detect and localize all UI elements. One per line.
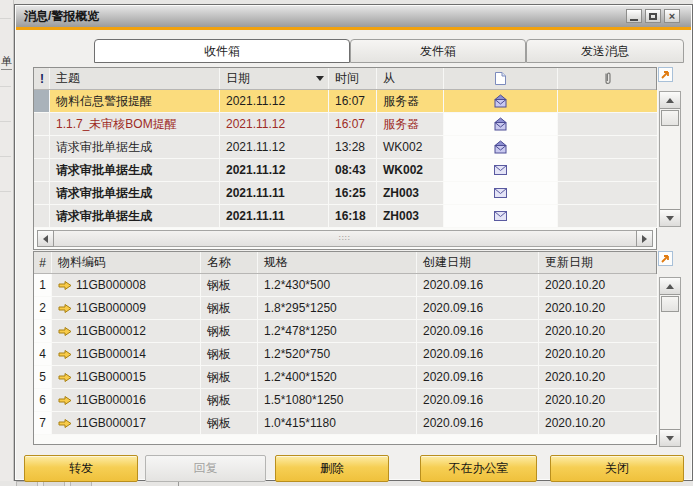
spec-cell[interactable]: 1.2*520*750 [258, 343, 417, 366]
scroll-up-button[interactable] [660, 278, 680, 295]
created-cell[interactable]: 2020.09.16 [417, 320, 539, 343]
item-code-cell[interactable]: 11GB000016 [52, 389, 201, 412]
scroll-left-button[interactable] [37, 230, 54, 247]
message-state-cell[interactable] [444, 90, 558, 113]
row-selector-cell[interactable] [34, 182, 50, 205]
link-arrow-icon[interactable] [58, 395, 72, 406]
spec-cell[interactable]: 1.2*430*500 [258, 274, 417, 297]
date-cell[interactable]: 2021.11.11 [220, 182, 329, 205]
updated-cell[interactable]: 2020.10.20 [539, 343, 658, 366]
item-code-cell[interactable]: 11GB000014 [52, 343, 201, 366]
date-cell[interactable]: 2021.11.12 [220, 113, 329, 136]
spec-cell[interactable]: 1.5*1080*1250 [258, 389, 417, 412]
items-expand-button[interactable] [658, 251, 673, 266]
subject-cell[interactable]: 请求审批单据生成 [50, 205, 220, 228]
item-row[interactable]: 1 11GB000008 钢板 1.2*430*500 2020.09.16 2… [34, 274, 656, 297]
item-name-cell[interactable]: 钢板 [201, 274, 258, 297]
close-window-button[interactable]: × [664, 9, 680, 23]
item-name-cell[interactable]: 钢板 [201, 343, 258, 366]
subject-cell[interactable]: 请求审批单据生成 [50, 136, 220, 159]
from-cell[interactable]: WK002 [377, 136, 444, 159]
created-cell[interactable]: 2020.09.16 [417, 343, 539, 366]
items-vertical-scrollbar[interactable] [659, 277, 681, 447]
link-arrow-icon[interactable] [58, 349, 72, 360]
date-cell[interactable]: 2021.11.12 [220, 159, 329, 182]
row-selector-cell[interactable] [34, 205, 50, 228]
scroll-up-button[interactable] [660, 92, 680, 109]
spec-cell[interactable]: 1.8*295*1250 [258, 297, 417, 320]
scrollbar-thumb[interactable]: ∷∷ [54, 230, 636, 247]
attachment-cell[interactable] [558, 136, 658, 159]
updated-cell[interactable]: 2020.10.20 [539, 320, 658, 343]
inbox-row[interactable]: 请求审批单据生成 2021.11.11 16:25 ZH003 [34, 182, 656, 205]
item-code-cell[interactable]: 11GB000017 [52, 412, 201, 435]
created-cell[interactable]: 2020.09.16 [417, 297, 539, 320]
item-name-cell[interactable]: 钢板 [201, 389, 258, 412]
subject-cell[interactable]: 请求审批单据生成 [50, 159, 220, 182]
date-cell[interactable]: 2021.11.12 [220, 136, 329, 159]
col-header-priority[interactable]: ! [34, 68, 50, 89]
maximize-button[interactable] [645, 9, 661, 23]
col-header-date[interactable]: 日期 [220, 68, 329, 89]
time-cell[interactable]: 16:07 [329, 90, 377, 113]
inbox-row[interactable]: 请求审批单据生成 2021.11.12 13:28 WK002 [34, 136, 656, 159]
col-header-updated[interactable]: 更新日期 [539, 252, 658, 273]
time-cell[interactable]: 16:25 [329, 182, 377, 205]
scroll-down-button[interactable] [660, 209, 680, 226]
tab-send-message[interactable]: 发送消息 [526, 39, 684, 63]
updated-cell[interactable]: 2020.10.20 [539, 389, 658, 412]
item-name-cell[interactable]: 钢板 [201, 412, 258, 435]
col-header-message[interactable] [444, 68, 558, 89]
row-selector-cell[interactable] [34, 136, 50, 159]
item-name-cell[interactable]: 钢板 [201, 297, 258, 320]
updated-cell[interactable]: 2020.10.20 [539, 297, 658, 320]
scroll-right-button[interactable] [636, 230, 653, 247]
from-cell[interactable]: 服务器 [377, 113, 444, 136]
created-cell[interactable]: 2020.09.16 [417, 412, 539, 435]
date-cell[interactable]: 2021.11.12 [220, 90, 329, 113]
from-cell[interactable]: 服务器 [377, 90, 444, 113]
inbox-row[interactable]: 请求审批单据生成 2021.11.11 16:18 ZH003 [34, 205, 656, 228]
forward-button[interactable]: 转发 [24, 455, 138, 482]
from-cell[interactable]: ZH003 [377, 182, 444, 205]
time-cell[interactable]: 16:07 [329, 113, 377, 136]
col-header-item-code[interactable]: 物料编码 [52, 252, 201, 273]
attachment-cell[interactable] [558, 113, 658, 136]
item-code-cell[interactable]: 11GB000009 [52, 297, 201, 320]
spec-cell[interactable]: 1.2*478*1250 [258, 320, 417, 343]
col-header-spec[interactable]: 规格 [258, 252, 417, 273]
inbox-row[interactable]: 1.1.7_未审核BOM提醒 2021.11.12 16:07 服务器 [34, 113, 656, 136]
item-code-cell[interactable]: 11GB000008 [52, 274, 201, 297]
col-header-attachment[interactable] [558, 68, 658, 89]
link-arrow-icon[interactable] [58, 326, 72, 337]
link-arrow-icon[interactable] [58, 280, 72, 291]
item-row[interactable]: 2 11GB000009 钢板 1.8*295*1250 2020.09.16 … [34, 297, 656, 320]
item-name-cell[interactable]: 钢板 [201, 320, 258, 343]
title-bar[interactable]: 消息/警报概览 × [16, 6, 691, 27]
time-cell[interactable]: 08:43 [329, 159, 377, 182]
item-code-cell[interactable]: 11GB000015 [52, 366, 201, 389]
updated-cell[interactable]: 2020.10.20 [539, 366, 658, 389]
col-header-from[interactable]: 从 [377, 68, 444, 89]
row-selector-cell[interactable] [34, 90, 50, 113]
out-of-office-button[interactable]: 不在办公室 [420, 455, 537, 482]
scrollbar-thumb[interactable] [661, 110, 679, 126]
close-button[interactable]: 关闭 [550, 455, 684, 482]
subject-cell[interactable]: 请求审批单据生成 [50, 182, 220, 205]
message-state-cell[interactable] [444, 136, 558, 159]
col-header-subject[interactable]: 主题 [50, 68, 220, 89]
link-arrow-icon[interactable] [58, 418, 72, 429]
attachment-cell[interactable] [558, 182, 658, 205]
scroll-down-button[interactable] [660, 429, 680, 446]
item-name-cell[interactable]: 钢板 [201, 366, 258, 389]
spec-cell[interactable]: 1.0*415*1180 [258, 412, 417, 435]
from-cell[interactable]: WK002 [377, 159, 444, 182]
item-row[interactable]: 7 11GB000017 钢板 1.0*415*1180 2020.09.16 … [34, 412, 656, 435]
item-row[interactable]: 3 11GB000012 钢板 1.2*478*1250 2020.09.16 … [34, 320, 656, 343]
subject-cell[interactable]: 1.1.7_未审核BOM提醒 [50, 113, 220, 136]
link-arrow-icon[interactable] [58, 372, 72, 383]
reply-button[interactable]: 回复 [145, 455, 266, 482]
spec-cell[interactable]: 1.2*400*1520 [258, 366, 417, 389]
link-arrow-icon[interactable] [58, 303, 72, 314]
row-selector-cell[interactable] [34, 113, 50, 136]
